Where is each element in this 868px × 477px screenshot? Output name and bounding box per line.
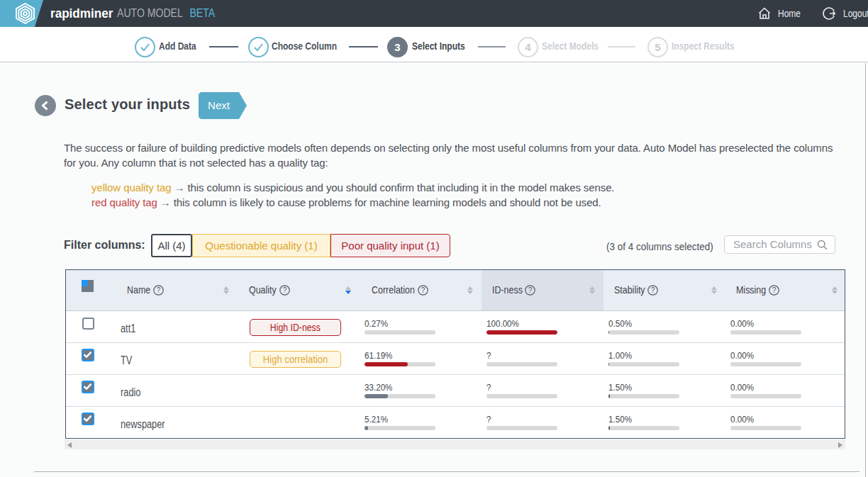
- svg-text:?: ?: [651, 286, 655, 294]
- svg-text:?: ?: [772, 286, 776, 294]
- svg-text:?: ?: [157, 286, 161, 294]
- svg-text:?: ?: [421, 286, 425, 294]
- svg-text:?: ?: [282, 286, 286, 294]
- svg-text:?: ?: [528, 286, 533, 294]
